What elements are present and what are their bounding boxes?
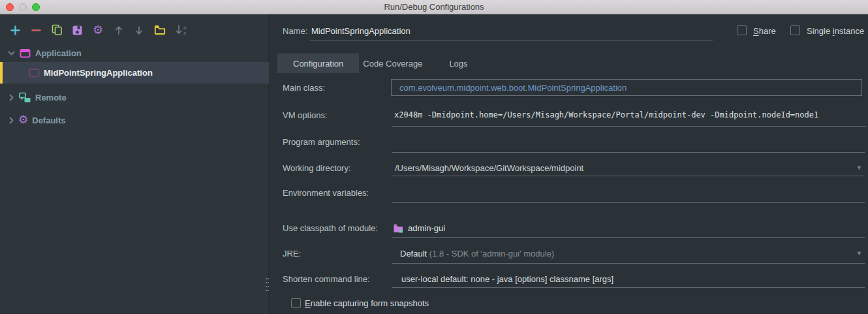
edit-defaults-gear-icon[interactable]: ⚙: [91, 24, 104, 37]
chevron-down-icon[interactable]: [7, 49, 16, 57]
window-title: Run/Debug Configurations: [0, 2, 868, 12]
working-directory-underline: [392, 176, 865, 176]
single-instance-label: Single instance: [807, 26, 864, 36]
save-glyph: [72, 25, 83, 36]
shorten-command-line-underline: [392, 287, 865, 288]
main-class-field[interactable]: com.evolveum.midpoint.web.boot.MidPointS…: [391, 79, 862, 96]
save-icon[interactable]: [70, 24, 84, 37]
tab-bar: Configuration Code Coverage Logs: [277, 54, 468, 73]
arrow-down-glyph: [134, 25, 144, 35]
run-debug-configurations-dialog: Run/Debug Configurations ⚙: [0, 0, 868, 314]
add-icon[interactable]: [8, 24, 22, 37]
environment-variables-label: Environment variables:: [283, 188, 369, 198]
sidebar-item-label: Defaults: [32, 116, 65, 125]
vm-options-label: VM options:: [283, 110, 328, 120]
name-field-underline: [310, 40, 713, 40]
jre-field[interactable]: Default (1.8 - SDK of 'admin-gui' module…: [400, 249, 554, 259]
title-bar: Run/Debug Configurations: [0, 0, 868, 14]
single-instance-checkbox[interactable]: [790, 25, 800, 35]
chevron-right-glyph: [7, 116, 16, 125]
jre-underline: [392, 263, 865, 264]
sort-alphabetically-icon[interactable]: a z: [174, 24, 191, 37]
sidebar-item-label: Application: [35, 48, 82, 58]
move-down-icon[interactable]: [132, 24, 146, 37]
application-icon: [20, 48, 31, 58]
working-directory-field[interactable]: /Users/Misagh/Workspace/GitWorkspace/mid…: [395, 163, 583, 173]
chevron-right-icon[interactable]: [7, 93, 16, 102]
copy-glyph: [52, 24, 63, 36]
tab-logs[interactable]: Logs: [449, 54, 467, 73]
remove-icon[interactable]: [29, 24, 42, 37]
sort-az-glyph: a z: [175, 24, 191, 36]
vm-options-underline: [392, 126, 866, 127]
program-arguments-label: Program arguments:: [283, 137, 360, 147]
jre-label: JRE:: [283, 249, 301, 259]
tab-configuration[interactable]: Configuration: [277, 54, 359, 73]
share-label: Share: [753, 26, 776, 36]
shorten-command-line-field[interactable]: user-local default: none - java [options…: [401, 274, 613, 284]
share-checkbox[interactable]: [737, 25, 747, 35]
sidebar-item-defaults[interactable]: ⚙ Defaults: [0, 110, 269, 130]
sidebar-item-label: Remote: [35, 93, 67, 102]
gear-icon: ⚙: [18, 114, 28, 126]
jre-dropdown-icon[interactable]: ▼: [856, 250, 862, 257]
working-directory-label: Working directory:: [283, 163, 351, 173]
tab-code-coverage[interactable]: Code Coverage: [363, 54, 422, 73]
use-classpath-label: Use classpath of module:: [283, 223, 378, 233]
enable-snapshots-label: Enable capturing form snapshots: [305, 298, 429, 308]
sidebar-item-application[interactable]: Application: [0, 43, 269, 63]
program-arguments-underline: [392, 152, 865, 153]
use-classpath-field[interactable]: admin-gui: [408, 223, 445, 233]
working-directory-dropdown-icon[interactable]: ▼: [856, 165, 862, 171]
name-field[interactable]: MidPointSpringApplication: [311, 26, 411, 36]
sidebar-item-midpointspringapplication[interactable]: MidPointSpringApplication: [0, 62, 269, 84]
environment-variables-underline: [392, 202, 865, 203]
gear-glyph: ⚙: [93, 24, 103, 36]
chevron-right-glyph: [7, 93, 16, 102]
new-folder-icon[interactable]: [153, 24, 166, 37]
svg-text:z: z: [183, 30, 186, 36]
application-icon-dim: [29, 68, 40, 78]
vm-options-field[interactable]: x2048m -Dmidpoint.home=/Users/Misagh/Wor…: [394, 110, 868, 119]
copy-icon[interactable]: [50, 24, 63, 37]
enable-snapshots-checkbox[interactable]: [291, 298, 301, 308]
chevron-down-glyph: [7, 49, 16, 57]
selection-accent-stripe: [0, 62, 3, 84]
sidebar-item-label: MidPointSpringApplication: [44, 68, 153, 78]
minus-glyph: [31, 25, 41, 35]
remote-icon: [18, 92, 31, 103]
main-class-label: Main class:: [283, 83, 325, 93]
arrow-up-glyph: [114, 25, 123, 35]
name-label: Name:: [283, 26, 307, 36]
move-up-icon[interactable]: [112, 24, 125, 37]
module-icon: [393, 223, 404, 233]
plus-glyph: [10, 25, 20, 35]
chevron-right-icon[interactable]: [7, 116, 16, 125]
use-classpath-underline: [392, 237, 865, 238]
shorten-command-line-label: Shorten command line:: [283, 274, 370, 284]
folder-glyph: [154, 25, 166, 35]
sidebar-item-remote[interactable]: Remote: [0, 87, 269, 107]
